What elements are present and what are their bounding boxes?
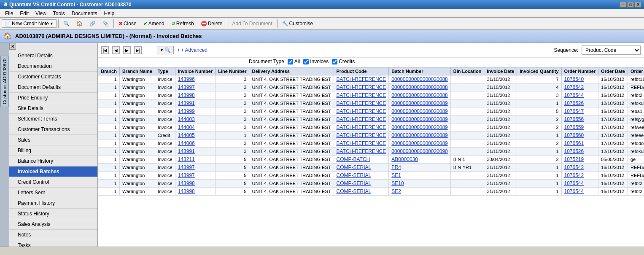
invoiceNumber-link[interactable]: 144004	[178, 124, 195, 130]
orderNumber-link[interactable]: 1076547	[564, 108, 584, 114]
orderNumber-link[interactable]: 1076526	[564, 100, 584, 106]
batchNumber-link[interactable]: 00000000000000020089	[391, 132, 447, 138]
invoiceNumber-link[interactable]: 144003	[178, 116, 195, 122]
orderNumber-link[interactable]: 1076540	[564, 76, 584, 82]
orderNumber-link[interactable]: 1076542	[564, 164, 584, 170]
invoiceNumber-link[interactable]: 144005	[178, 132, 195, 138]
amend-button[interactable]: ✔ Amend	[140, 19, 167, 28]
sidebar-item-sales[interactable]: Sales	[9, 135, 97, 145]
orderNumber-link[interactable]: 1076559	[564, 124, 584, 130]
batchNumber-link[interactable]: FR4	[391, 164, 401, 170]
sidebar-item-payment-history[interactable]: Payment History	[9, 198, 97, 209]
sidebar-item-site-details[interactable]: Site Details	[9, 103, 97, 114]
sidebar-item-settlement-terms[interactable]: Settlement Terms	[9, 114, 97, 124]
productCode-link[interactable]: COMP-BATCH	[337, 156, 370, 162]
add-to-document-button[interactable]: Add To Document	[229, 19, 275, 28]
sidebar-item-price-enquiry[interactable]: Price Enquiry	[9, 93, 97, 103]
close-window-button[interactable]: ✕	[635, 2, 641, 8]
productCode-link[interactable]: BATCH-REFERENCE	[337, 140, 386, 146]
batchNumber-link[interactable]: 00000000000000020089	[391, 116, 447, 122]
nav-first-button[interactable]: |◀	[101, 46, 109, 54]
sidebar-item-notes[interactable]: Notes	[9, 230, 97, 240]
productCode-link[interactable]: COMP-SERIAL	[337, 164, 372, 170]
checkbox-invoices[interactable]	[303, 59, 309, 64]
invoiceNumber-link[interactable]: 143991	[178, 100, 195, 106]
batchNumber-link[interactable]: SE1	[391, 172, 401, 178]
invoiceNumber-link[interactable]: 143998	[178, 188, 195, 194]
sidebar-item-documentation[interactable]: Documentation	[9, 61, 97, 72]
customise-button[interactable]: 🔧 Customise	[279, 19, 316, 28]
productCode-link[interactable]: BATCH-REFERENCE	[337, 116, 386, 122]
sidebar-item-general-details[interactable]: General Details	[9, 51, 97, 61]
new-credit-note-button[interactable]: 📄 New Credit Note ▼	[2, 19, 57, 28]
batchNumber-link[interactable]: 00000000000000020090	[391, 148, 447, 154]
nav-prev-button[interactable]: ◀	[112, 46, 120, 54]
checkbox-credits-label[interactable]: Credits	[332, 59, 355, 64]
batchNumber-link[interactable]: 00000000000000020089	[391, 100, 447, 106]
invoiceNumber-link[interactable]: 143999	[178, 108, 195, 114]
menu-documents[interactable]: Documents	[68, 10, 101, 17]
sidebar-item-customer-transactions[interactable]: Customer Transactions	[9, 124, 97, 135]
sequence-select[interactable]: Product CodeInvoice NumberDateBatch Numb…	[582, 46, 641, 55]
invoiceNumber-link[interactable]: 143997	[178, 172, 195, 178]
delete-button[interactable]: ⛔ Delete	[198, 19, 226, 28]
orderNumber-link[interactable]: 1076544	[564, 188, 584, 194]
invoiceNumber-link[interactable]: 143997	[178, 84, 195, 90]
orderNumber-link[interactable]: 1076560	[564, 132, 584, 138]
orderNumber-link[interactable]: 1076561	[564, 140, 584, 146]
search-toolbar-button[interactable]: 🔍	[60, 19, 73, 28]
sidebar-item-sales-analysis[interactable]: Sales Analysis	[9, 219, 97, 230]
productCode-link[interactable]: BATCH-REFERENCE	[337, 148, 386, 154]
sidebar-item-credit-control[interactable]: Credit Control	[9, 177, 97, 188]
batchNumber-link[interactable]: AB0000030	[391, 156, 418, 162]
minimize-button[interactable]: –	[620, 2, 626, 8]
sidebar-item-letters-sent[interactable]: Letters Sent	[9, 188, 97, 198]
sidebar-item-status-history[interactable]: Status History	[9, 209, 97, 219]
menu-help[interactable]: Help	[101, 10, 118, 17]
menu-file[interactable]: File	[2, 10, 16, 17]
productCode-link[interactable]: COMP-SERIAL	[337, 188, 372, 194]
batchNumber-link[interactable]: 00000000000000020088	[391, 76, 447, 82]
menu-tools[interactable]: Tools	[50, 10, 68, 17]
close-button[interactable]: ✖ Close	[116, 19, 140, 28]
sidebar-item-invoiced-batches[interactable]: Invoiced Batches	[9, 166, 97, 177]
sidebar-item-document-defaults[interactable]: Document Defaults	[9, 82, 97, 93]
productCode-link[interactable]: COMP-SERIAL	[337, 180, 372, 186]
orderNumber-link[interactable]: 1076544	[564, 180, 584, 186]
invoiceNumber-link[interactable]: 143211	[178, 156, 195, 162]
batchNumber-link[interactable]: 00000000000000020088	[391, 84, 447, 90]
refresh-button[interactable]: ↺ Refresh	[168, 19, 197, 28]
invoiceNumber-link[interactable]: 143998	[178, 180, 195, 186]
maximize-button[interactable]: □	[627, 2, 634, 8]
batchNumber-link[interactable]: 00000000000000020089	[391, 108, 447, 114]
batchNumber-link[interactable]: SE10	[391, 180, 404, 186]
batchNumber-link[interactable]: 00000000000000020089	[391, 140, 447, 146]
productCode-link[interactable]: BATCH-REFERENCE	[337, 124, 386, 130]
menu-view[interactable]: View	[32, 10, 50, 17]
batchNumber-link[interactable]: SE2	[391, 188, 401, 194]
sidebar-item-customer-contacts[interactable]: Customer Contacts	[9, 72, 97, 82]
invoiceNumber-link[interactable]: 143998	[178, 92, 195, 98]
customer-tab[interactable]: Customer AD0103870	[0, 56, 9, 107]
checkbox-invoices-label[interactable]: Invoices	[303, 59, 329, 64]
productCode-link[interactable]: BATCH-REFERENCE	[337, 92, 386, 98]
orderNumber-link[interactable]: 1076526	[564, 148, 584, 154]
checkbox-all-label[interactable]: All	[288, 59, 300, 64]
nav-last-button[interactable]: ▶|	[134, 46, 142, 54]
sidebar-item-billing[interactable]: Billing	[9, 145, 97, 156]
orderNumber-link[interactable]: 1076556	[564, 116, 584, 122]
orderNumber-link[interactable]: 1076542	[564, 84, 584, 90]
checkbox-credits[interactable]	[332, 59, 337, 64]
sidebar-close-button[interactable]: ✕	[9, 43, 16, 50]
invoiceNumber-link[interactable]: 144006	[178, 140, 195, 146]
invoiceNumber-link[interactable]: 143991	[178, 148, 195, 154]
orderNumber-link[interactable]: 1076544	[564, 92, 584, 98]
sidebar-item-tasks[interactable]: Tasks	[9, 240, 97, 247]
sidebar-item-balance-history[interactable]: Balance History	[9, 156, 97, 166]
productCode-link[interactable]: BATCH-REFERENCE	[337, 132, 386, 138]
productCode-link[interactable]: BATCH-REFERENCE	[337, 76, 386, 82]
batchNumber-link[interactable]: 00000000000000020089	[391, 124, 447, 130]
menu-edit[interactable]: Edit	[16, 10, 32, 17]
batchNumber-link[interactable]: 00000000000000020088	[391, 92, 447, 98]
checkbox-all[interactable]	[288, 59, 293, 64]
